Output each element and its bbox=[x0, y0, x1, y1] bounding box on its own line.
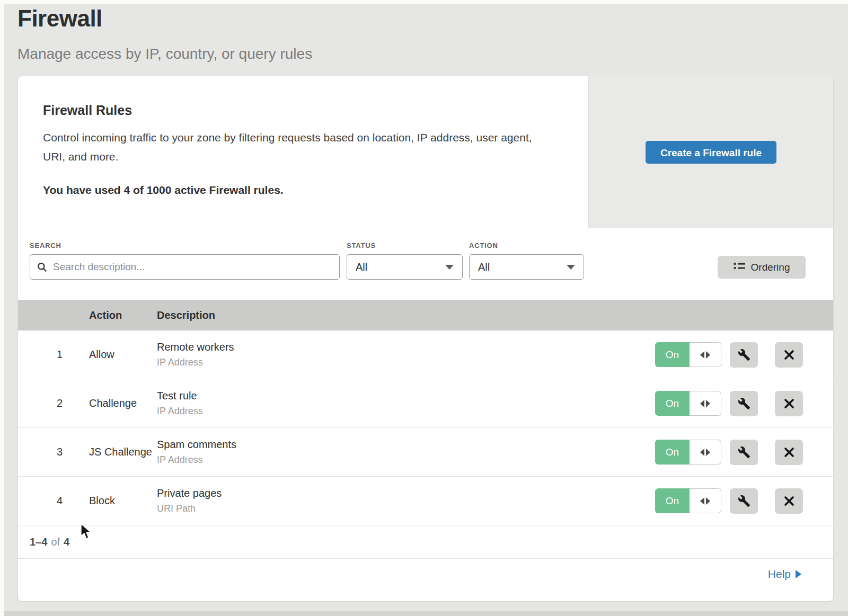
rule-action: Block bbox=[63, 495, 157, 507]
wrench-icon bbox=[738, 495, 750, 507]
rules-card-description: Control incoming traffic to your zone by… bbox=[43, 128, 546, 166]
rules-card-heading: Firewall Rules bbox=[43, 103, 556, 118]
toggle-handle bbox=[690, 488, 721, 513]
rules-intro-section: Firewall Rules Control incoming traffic … bbox=[18, 76, 833, 228]
rule-controls: On bbox=[655, 391, 803, 416]
table-row: 1 Allow Remote workers IP Address On bbox=[18, 331, 833, 379]
firewall-rules-card: Firewall Rules Control incoming traffic … bbox=[17, 76, 834, 602]
toggle-on-label: On bbox=[655, 391, 690, 416]
arrow-right-icon bbox=[796, 570, 801, 578]
rule-priority: 3 bbox=[18, 446, 63, 458]
rule-priority: 1 bbox=[18, 349, 63, 361]
rule-controls: On bbox=[655, 488, 803, 514]
arrow-left-icon bbox=[700, 449, 704, 456]
ordering-button[interactable]: Ordering bbox=[718, 256, 806, 279]
help-bar: Help bbox=[18, 559, 833, 590]
create-firewall-rule-button[interactable]: Create a Firewall rule bbox=[646, 141, 776, 164]
toggle-handle bbox=[690, 342, 721, 367]
search-box[interactable] bbox=[30, 254, 340, 280]
delete-rule-button[interactable] bbox=[775, 391, 803, 416]
rule-enabled-toggle[interactable]: On bbox=[655, 342, 721, 367]
rule-action: Allow bbox=[63, 349, 157, 361]
page-background: Firewall Manage access by IP, country, o… bbox=[4, 4, 848, 616]
toggle-handle bbox=[690, 440, 721, 465]
search-icon bbox=[37, 262, 48, 273]
pagination-range: 1–4 bbox=[30, 536, 47, 548]
table-row: 2 Challenge Test rule IP Address On bbox=[18, 379, 833, 428]
arrow-right-icon bbox=[706, 400, 710, 407]
edit-rule-button[interactable] bbox=[730, 488, 758, 514]
help-link-label: Help bbox=[768, 568, 791, 581]
wrench-icon bbox=[738, 446, 750, 459]
action-column-header: Action bbox=[63, 309, 157, 322]
chevron-down-icon bbox=[445, 265, 454, 270]
rule-controls: On bbox=[655, 342, 803, 368]
rule-controls: On bbox=[655, 440, 803, 465]
table-row: 3 JS Challenge Spam comments IP Address … bbox=[18, 428, 833, 477]
page-title: Firewall bbox=[17, 5, 312, 32]
arrow-left-icon bbox=[700, 351, 704, 359]
rules-usage-note: You have used 4 of 1000 active Firewall … bbox=[43, 184, 556, 197]
rule-action: Challenge bbox=[63, 397, 157, 409]
edit-rule-button[interactable] bbox=[730, 342, 758, 368]
filters-bar: SEARCH STATUS All ACTION All bbox=[18, 228, 833, 300]
action-filter-value: All bbox=[478, 261, 490, 273]
arrow-left-icon bbox=[700, 400, 704, 407]
page-header: Firewall Manage access by IP, country, o… bbox=[17, 5, 312, 63]
ordered-list-icon bbox=[734, 262, 745, 273]
search-label: SEARCH bbox=[30, 242, 61, 249]
pagination-total: 4 bbox=[64, 536, 69, 548]
toggle-on-label: On bbox=[655, 342, 690, 367]
rule-action: JS Challenge bbox=[63, 446, 157, 458]
delete-rule-button[interactable] bbox=[775, 342, 803, 368]
close-icon bbox=[783, 495, 795, 507]
wrench-icon bbox=[738, 349, 750, 361]
window-bottom-edge bbox=[4, 611, 848, 616]
rule-priority: 4 bbox=[18, 495, 63, 507]
arrow-right-icon bbox=[706, 449, 710, 456]
delete-rule-button[interactable] bbox=[775, 440, 803, 465]
page-subtitle: Manage access by IP, country, or query r… bbox=[17, 46, 312, 63]
table-row: 4 Block Private pages URI Path On bbox=[18, 477, 833, 525]
rules-intro-text: Firewall Rules Control incoming traffic … bbox=[18, 76, 588, 228]
delete-rule-button[interactable] bbox=[775, 488, 803, 514]
create-rule-panel: Create a Firewall rule bbox=[588, 76, 833, 228]
arrow-right-icon bbox=[706, 351, 710, 359]
close-icon bbox=[783, 447, 795, 458]
action-filter-select[interactable]: All bbox=[469, 254, 584, 280]
rule-priority: 2 bbox=[18, 397, 63, 409]
toggle-on-label: On bbox=[655, 488, 690, 513]
search-input[interactable] bbox=[53, 261, 333, 273]
rule-enabled-toggle[interactable]: On bbox=[655, 391, 721, 416]
edit-rule-button[interactable] bbox=[730, 440, 758, 465]
edit-rule-button[interactable] bbox=[730, 391, 758, 416]
description-column-header: Description bbox=[157, 309, 833, 322]
rule-enabled-toggle[interactable]: On bbox=[655, 440, 721, 465]
status-filter-label: STATUS bbox=[347, 242, 376, 249]
toggle-on-label: On bbox=[655, 440, 690, 465]
arrow-right-icon bbox=[706, 497, 710, 505]
rule-enabled-toggle[interactable]: On bbox=[655, 488, 721, 513]
wrench-icon bbox=[738, 397, 750, 410]
close-icon bbox=[783, 349, 795, 361]
action-filter-label: ACTION bbox=[469, 242, 498, 249]
pagination-bar: 1–4 of 4 bbox=[18, 525, 833, 559]
chevron-down-icon bbox=[567, 265, 575, 270]
status-filter-select[interactable]: All bbox=[347, 254, 463, 280]
ordering-button-label: Ordering bbox=[751, 262, 790, 273]
toggle-handle bbox=[690, 391, 721, 416]
status-filter-value: All bbox=[356, 261, 367, 273]
rules-table-header: Action Description bbox=[18, 300, 833, 331]
help-link[interactable]: Help bbox=[768, 568, 801, 581]
arrow-left-icon bbox=[700, 497, 704, 505]
pagination-of: of bbox=[51, 536, 60, 548]
close-icon bbox=[783, 398, 795, 409]
